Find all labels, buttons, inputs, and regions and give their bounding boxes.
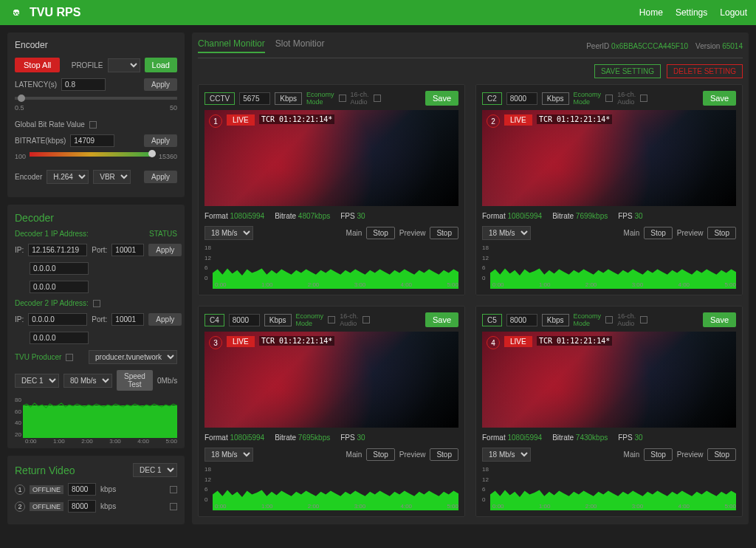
channel-bandwidth-select[interactable]: 18 Mb/s: [482, 226, 531, 240]
ch16-checkbox[interactable]: [374, 95, 381, 102]
economy-mode-toggle[interactable]: EconomyMode: [306, 91, 334, 106]
producer-checkbox[interactable]: [66, 354, 73, 361]
bitrate-apply-button[interactable]: Apply: [144, 134, 177, 147]
global-bitrate-checkbox[interactable]: [89, 121, 97, 129]
channel-bandwidth-select[interactable]: 18 Mb/s: [205, 226, 253, 240]
channel-kbps-label: Kbps: [275, 92, 302, 105]
channel-save-button[interactable]: Save: [703, 91, 736, 106]
ch16-checkbox[interactable]: [640, 316, 647, 323]
channel-chart: 181260 0:001:002:003:004:005:00: [205, 244, 458, 289]
preview-label: Preview: [399, 451, 426, 459]
producer-url-select[interactable]: producer.tvunetworks.com: [89, 350, 177, 364]
preview-stop-button[interactable]: Stop: [430, 227, 458, 239]
ch16-audio-toggle[interactable]: 16-ch.Audio: [351, 91, 369, 106]
economy-checkbox[interactable]: [339, 95, 346, 102]
main-stop-button[interactable]: Stop: [366, 448, 395, 461]
channel-bitrate-input[interactable]: [239, 92, 270, 105]
nav-logout[interactable]: Logout: [720, 7, 747, 18]
rv-status-1: OFFLINE: [30, 485, 63, 494]
ch16-audio-toggle[interactable]: 16-ch.Audio: [617, 312, 636, 327]
decoder1-label: Decoder 1 IP Address:: [15, 230, 89, 238]
channel-preview[interactable]: 4 LIVE TCR 01:12:21:14*: [482, 332, 736, 428]
economy-mode-toggle[interactable]: EconomyMode: [296, 312, 324, 327]
rv-checkbox-1[interactable]: [170, 486, 177, 493]
decoder2-alt1-input[interactable]: [30, 332, 89, 344]
bitrate-stat: Bitrate 7695kbps: [275, 434, 330, 442]
economy-checkbox[interactable]: [605, 316, 613, 323]
main-stop-button[interactable]: Stop: [644, 448, 673, 461]
channel-preview[interactable]: 1 LIVE TCR 01:12:21:14*: [205, 110, 458, 206]
economy-checkbox[interactable]: [328, 316, 335, 323]
channel-bandwidth-select[interactable]: 18 Mb/s: [482, 448, 531, 462]
speed-test-button[interactable]: Speed Test: [117, 370, 153, 391]
channel-save-button[interactable]: Save: [703, 312, 736, 327]
decoder1-port-input[interactable]: [111, 244, 144, 256]
return-video-row: 2 OFFLINE kbps: [15, 500, 177, 513]
main-stop-button[interactable]: Stop: [644, 227, 673, 239]
rv-bitrate-2[interactable]: [68, 500, 96, 513]
bitrate-stat: Bitrate 7430kbps: [552, 434, 608, 442]
channel-bandwidth-select[interactable]: 18 Mb/s: [205, 448, 253, 462]
codec-select[interactable]: H.264: [47, 170, 89, 184]
latency-slider[interactable]: [15, 97, 177, 100]
load-button[interactable]: Load: [145, 58, 177, 72]
nav-settings[interactable]: Settings: [676, 7, 707, 18]
preview-stop-button[interactable]: Stop: [707, 448, 736, 461]
channel-bitrate-input[interactable]: [506, 314, 537, 326]
bitrate-input[interactable]: [70, 134, 114, 147]
topbar: tvu TVU RPS Home Settings Logout: [0, 0, 756, 25]
decoder1-alt2-input[interactable]: [30, 281, 89, 293]
preview-stop-button[interactable]: Stop: [707, 227, 736, 239]
channel-save-button[interactable]: Save: [425, 312, 458, 327]
rv-checkbox-2[interactable]: [170, 503, 177, 510]
decoder1-ip-input[interactable]: [28, 244, 87, 256]
status-label: STATUS: [149, 230, 177, 238]
tab-slot-monitor[interactable]: Slot Monitior: [275, 38, 325, 53]
stop-all-button[interactable]: Stop All: [15, 58, 60, 72]
decoder2-enable-checkbox[interactable]: [93, 300, 100, 307]
tab-channel-monitor[interactable]: Channel Monitior: [198, 38, 265, 53]
ch16-audio-toggle[interactable]: 16-ch.Audio: [617, 91, 636, 106]
channel-chart: 181260 0:001:002:003:004:005:00: [482, 244, 736, 289]
main-label: Main: [346, 229, 362, 237]
speed-result: 0Mb/s: [157, 377, 177, 385]
decoder1-alt1-input[interactable]: [30, 262, 89, 275]
delete-setting-button[interactable]: DELETE SETTING: [667, 64, 743, 78]
decoder-select[interactable]: DEC 1: [15, 374, 59, 388]
latency-apply-button[interactable]: Apply: [144, 78, 177, 91]
bitrate-stat: Bitrate 4807kbps: [275, 212, 330, 220]
main-stop-button[interactable]: Stop: [366, 227, 395, 239]
bitrate-label: BITRATE(kbps): [15, 137, 66, 145]
decoder2-apply-button[interactable]: Apply: [148, 313, 182, 326]
channel-bitrate-input[interactable]: [229, 314, 260, 326]
channel-preview[interactable]: 3 LIVE TCR 01:12:21:14*: [205, 332, 458, 428]
encoder-apply-button[interactable]: Apply: [144, 171, 177, 183]
channel-save-button[interactable]: Save: [425, 91, 458, 106]
decoder2-ip-input[interactable]: [28, 313, 87, 326]
profile-select[interactable]: [108, 58, 140, 72]
economy-mode-toggle[interactable]: EconomyMode: [574, 312, 602, 327]
channel-preview[interactable]: 2 LIVE TCR 01:12:21:14*: [482, 110, 736, 206]
channel-card: C5 Kbps EconomyMode 16-ch.Audio Save 4 L…: [475, 306, 743, 517]
economy-checkbox[interactable]: [605, 95, 613, 102]
ch16-audio-toggle[interactable]: 16-ch.Audio: [340, 312, 358, 327]
live-badge: LIVE: [504, 114, 532, 126]
decoder1-apply-button[interactable]: Apply: [148, 244, 182, 256]
rv-bitrate-1[interactable]: [68, 483, 96, 496]
save-setting-button[interactable]: SAVE SETTING: [594, 64, 661, 78]
speed-select[interactable]: 80 Mb/s: [63, 374, 112, 388]
ch16-checkbox[interactable]: [362, 316, 370, 323]
latency-input[interactable]: [61, 78, 106, 91]
rate-mode-select[interactable]: VBR: [93, 170, 131, 184]
economy-mode-toggle[interactable]: EconomyMode: [574, 91, 602, 106]
bitrate-slider[interactable]: [30, 152, 152, 157]
channel-bitrate-input[interactable]: [506, 92, 537, 105]
decoder2-port-input[interactable]: [111, 313, 144, 326]
nav-home[interactable]: Home: [639, 7, 663, 18]
monitor-panel: Channel Monitior Slot Monitior PeerID 0x…: [192, 32, 749, 524]
format-label: Format 1080i5994: [482, 212, 542, 220]
port-label-2: Port:: [92, 315, 107, 323]
ch16-checkbox[interactable]: [640, 95, 647, 102]
return-video-dec-select[interactable]: DEC 1: [133, 463, 177, 477]
preview-stop-button[interactable]: Stop: [430, 448, 458, 461]
